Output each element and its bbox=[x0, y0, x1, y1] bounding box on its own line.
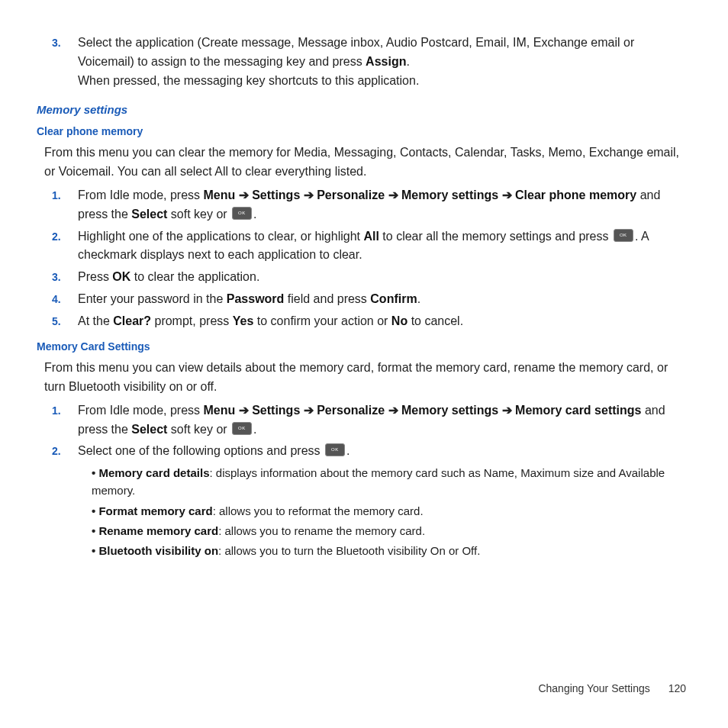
text: Highlight one of the applications to cle… bbox=[78, 230, 363, 243]
step-body: Select one of the following options and … bbox=[78, 442, 691, 562]
bullet-item: Format memory card: allows you to reform… bbox=[92, 502, 691, 520]
card-step-2: 2. Select one of the following options a… bbox=[37, 442, 691, 562]
ok-key-icon bbox=[614, 229, 633, 242]
step-number: 2. bbox=[52, 227, 78, 266]
text: field and press bbox=[284, 292, 370, 305]
heading-memory-card-settings: Memory Card Settings bbox=[37, 339, 691, 356]
clear-step-4: 4. Enter your password in the Password f… bbox=[37, 290, 691, 309]
heading-clear-phone-memory: Clear phone memory bbox=[37, 124, 691, 140]
ok-key-icon bbox=[325, 443, 345, 456]
bold: Clear? bbox=[113, 314, 151, 327]
arrow-icon: ➔ bbox=[300, 404, 317, 417]
arrow-icon: ➔ bbox=[385, 404, 401, 417]
arrow-icon: ➔ bbox=[300, 188, 317, 201]
bold: Memory settings bbox=[401, 404, 498, 417]
bold: Menu bbox=[204, 404, 236, 417]
bold: Menu bbox=[204, 188, 236, 201]
text: prompt, press bbox=[151, 314, 233, 327]
step-number: 3. bbox=[52, 34, 78, 90]
bold: Personalize bbox=[317, 404, 385, 417]
bold: Clear phone memory bbox=[515, 188, 636, 201]
step-body: At the Clear? prompt, press Yes to confi… bbox=[78, 312, 691, 331]
card-intro: From this menu you can view details abou… bbox=[44, 359, 691, 397]
text: Press bbox=[78, 270, 112, 283]
bold: OK bbox=[112, 270, 130, 283]
text: to clear all the memory settings and pre… bbox=[379, 230, 612, 243]
text: From Idle mode, press bbox=[78, 404, 204, 417]
step-body: Highlight one of the applications to cle… bbox=[78, 227, 691, 266]
bold: All bbox=[363, 230, 378, 243]
text: to clear the application. bbox=[130, 270, 259, 283]
arrow-icon: ➔ bbox=[235, 188, 252, 201]
step-number: 5. bbox=[52, 312, 78, 331]
bold: Memory card settings bbox=[515, 404, 641, 417]
text: to cancel. bbox=[407, 314, 463, 327]
option-bullets: Memory card details: displays informatio… bbox=[92, 464, 691, 559]
text: to confirm your action or bbox=[253, 314, 391, 327]
step-body: Select the application (Create message, … bbox=[78, 34, 691, 90]
text: Enter your password in the bbox=[78, 292, 227, 305]
step-body: Enter your password in the Password fiel… bbox=[78, 290, 691, 309]
heading-memory-settings: Memory settings bbox=[37, 101, 691, 118]
bold: Memory card details bbox=[98, 466, 209, 479]
bold: Format memory card bbox=[98, 504, 212, 517]
clear-step-2: 2. Highlight one of the applications to … bbox=[37, 227, 691, 266]
bold: No bbox=[391, 314, 407, 327]
text: When pressed, the messaging key shortcut… bbox=[78, 74, 419, 87]
text: soft key or bbox=[167, 423, 230, 436]
bold: Memory settings bbox=[401, 188, 498, 201]
bold: Password bbox=[227, 292, 285, 305]
text: At the bbox=[78, 314, 113, 327]
step-body: From Idle mode, press Menu ➔ Settings ➔ … bbox=[78, 186, 691, 224]
card-step-1: 1. From Idle mode, press Menu ➔ Settings… bbox=[37, 401, 691, 440]
step-number: 2. bbox=[52, 442, 78, 562]
text: Select one of the following options and … bbox=[78, 444, 324, 457]
bold: Select bbox=[131, 423, 167, 436]
bold: Rename memory card bbox=[98, 524, 218, 537]
step-3: 3. Select the application (Create messag… bbox=[37, 34, 691, 90]
step-body: From Idle mode, press Menu ➔ Settings ➔ … bbox=[78, 401, 691, 440]
arrow-icon: ➔ bbox=[385, 188, 401, 201]
ok-key-icon bbox=[232, 422, 252, 435]
clear-step-3: 3. Press OK to clear the application. bbox=[37, 268, 691, 287]
text: : allows you to rename the memory card. bbox=[218, 524, 425, 537]
text: Select the application (Create message, … bbox=[78, 36, 634, 68]
text: . bbox=[253, 423, 256, 436]
text: . bbox=[253, 208, 256, 221]
text: . bbox=[406, 55, 409, 68]
text: : allows you to turn the Bluetooth visib… bbox=[218, 544, 480, 557]
bold: Bluetooth visibility on bbox=[98, 544, 218, 557]
text: . bbox=[346, 444, 350, 457]
step-body: Press OK to clear the application. bbox=[78, 268, 691, 287]
bold: Settings bbox=[252, 188, 300, 201]
bold-assign: Assign bbox=[366, 55, 406, 68]
text: . bbox=[417, 292, 420, 305]
bold: Yes bbox=[233, 314, 254, 327]
text: soft key or bbox=[167, 208, 230, 221]
bullet-item: Memory card details: displays informatio… bbox=[92, 464, 691, 500]
clear-step-1: 1. From Idle mode, press Menu ➔ Settings… bbox=[37, 186, 691, 224]
bullet-item: Bluetooth visibility on: allows you to t… bbox=[92, 542, 691, 559]
bold: Personalize bbox=[317, 188, 385, 201]
page-footer: Changing Your Settings 120 bbox=[538, 681, 686, 697]
text: : allows you to reformat the memory card… bbox=[213, 504, 424, 517]
arrow-icon: ➔ bbox=[498, 404, 515, 417]
step-number: 3. bbox=[52, 268, 78, 287]
text: From Idle mode, press bbox=[78, 188, 204, 201]
step-number: 4. bbox=[52, 290, 78, 309]
bold: Confirm bbox=[370, 292, 417, 305]
ok-key-icon bbox=[232, 207, 252, 220]
clear-intro: From this menu you can clear the memory … bbox=[44, 143, 691, 182]
bullet-item: Rename memory card: allows you to rename… bbox=[92, 522, 691, 540]
step-number: 1. bbox=[52, 186, 78, 224]
arrow-icon: ➔ bbox=[498, 188, 515, 201]
step-number: 1. bbox=[52, 401, 78, 440]
bold: Settings bbox=[252, 404, 300, 417]
arrow-icon: ➔ bbox=[235, 404, 252, 417]
footer-section: Changing Your Settings bbox=[538, 682, 649, 694]
clear-step-5: 5. At the Clear? prompt, press Yes to co… bbox=[37, 312, 691, 331]
bold: Select bbox=[131, 208, 167, 221]
page-number: 120 bbox=[668, 682, 686, 694]
